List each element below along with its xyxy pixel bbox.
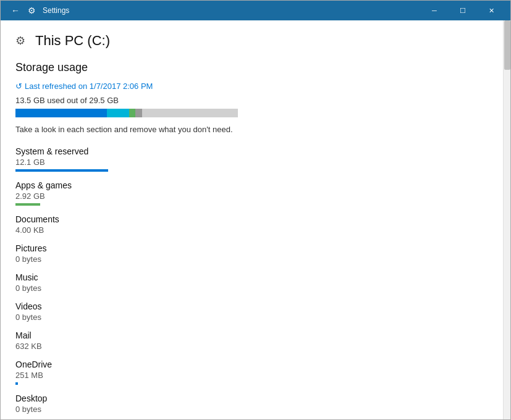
back-button[interactable]: ← (6, 1, 25, 20)
item-value: 12.1 GB (15, 158, 488, 167)
item-name: Videos (15, 301, 488, 311)
item-value: 0 bytes (15, 313, 488, 322)
item-value: 0 bytes (15, 405, 488, 414)
refresh-icon: ↺ (15, 82, 22, 91)
bar-apps (107, 109, 129, 117)
bar-system (15, 109, 107, 117)
item-value: 0 bytes (15, 284, 488, 293)
item-bar (15, 382, 18, 385)
list-item[interactable]: OneDrive 251 MB (15, 359, 488, 385)
item-bar (15, 169, 108, 172)
main-content: ⚙ This PC (C:) Storage usage ↺ Last refr… (1, 20, 503, 419)
minimize-button[interactable]: ─ (420, 1, 449, 20)
list-item[interactable]: Documents 4.00 KB (15, 214, 488, 235)
item-bar-container (15, 203, 488, 206)
list-item[interactable]: Music 0 bytes (15, 272, 488, 293)
list-item[interactable]: System & reserved 12.1 GB (15, 146, 488, 172)
storage-items-list: System & reserved 12.1 GB Apps & games 2… (15, 146, 488, 414)
gear-icon: ⚙ (15, 34, 29, 48)
item-value: 632 KB (15, 342, 488, 351)
item-name: Apps & games (15, 180, 488, 190)
section-title: Storage usage (15, 61, 488, 74)
storage-hint: Take a look in each section and remove w… (15, 125, 488, 134)
item-bar-container (15, 169, 488, 172)
item-name: Documents (15, 214, 488, 224)
window-controls: ─ ☐ ✕ (420, 1, 505, 20)
window-title: Settings (43, 6, 420, 15)
page-header: ⚙ This PC (C:) (15, 33, 488, 49)
list-item[interactable]: Desktop 0 bytes (15, 393, 488, 414)
item-bar (15, 203, 40, 206)
item-name: Desktop (15, 393, 488, 403)
item-value: 4.00 KB (15, 225, 488, 235)
list-item[interactable]: Videos 0 bytes (15, 301, 488, 322)
refresh-text: Last refreshed on 1/7/2017 2:06 PM (25, 82, 153, 91)
list-item[interactable]: Apps & games 2.92 GB (15, 180, 488, 206)
scrollbar-thumb[interactable] (504, 20, 510, 70)
page-title: This PC (C:) (35, 33, 110, 49)
item-name: Music (15, 272, 488, 282)
item-value: 2.92 GB (15, 191, 488, 201)
item-value: 0 bytes (15, 254, 488, 264)
storage-used-text: 13.5 GB used out of 29.5 GB (15, 96, 488, 105)
scrollbar[interactable] (503, 20, 510, 419)
item-bar-container (15, 382, 488, 385)
item-value: 251 MB (15, 371, 488, 380)
titlebar: ← ⚙ Settings ─ ☐ ✕ (1, 1, 510, 20)
storage-bar (15, 109, 238, 117)
item-name: Mail (15, 330, 488, 340)
refresh-link[interactable]: ↺ Last refreshed on 1/7/2017 2:06 PM (15, 82, 488, 91)
item-name: OneDrive (15, 359, 488, 369)
content-area: ⚙ This PC (C:) Storage usage ↺ Last refr… (1, 20, 510, 419)
window: ← ⚙ Settings ─ ☐ ✕ ⚙ This PC (C:) Storag… (0, 0, 511, 420)
bar-gray (135, 109, 142, 117)
settings-window-icon: ⚙ (28, 6, 38, 15)
list-item[interactable]: Pictures 0 bytes (15, 243, 488, 264)
item-name: System & reserved (15, 146, 488, 156)
bar-green (129, 109, 136, 117)
maximize-button[interactable]: ☐ (449, 1, 477, 20)
list-item[interactable]: Mail 632 KB (15, 330, 488, 351)
close-button[interactable]: ✕ (477, 1, 505, 20)
item-name: Pictures (15, 243, 488, 253)
